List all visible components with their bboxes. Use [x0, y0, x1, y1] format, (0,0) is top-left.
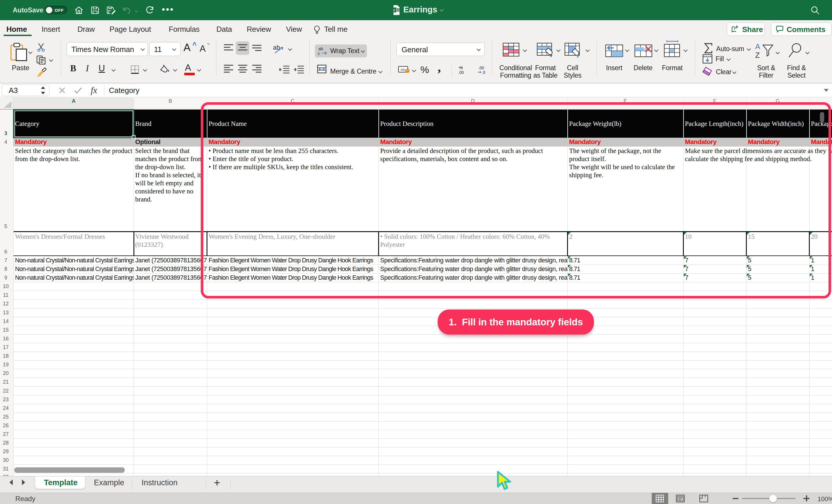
svg-text:Z: Z [755, 51, 760, 59]
svg-text:.00: .00 [478, 66, 484, 70]
svg-text:A: A [755, 43, 760, 51]
svg-text:.00: .00 [458, 70, 464, 75]
svg-text:co: co [401, 67, 405, 72]
svg-text:ab: ab [318, 46, 323, 51]
svg-text:0: 0 [461, 66, 463, 70]
svg-text:c: c [318, 51, 320, 56]
svg-text:.0: .0 [482, 70, 485, 75]
svg-text:X: X [393, 8, 395, 12]
